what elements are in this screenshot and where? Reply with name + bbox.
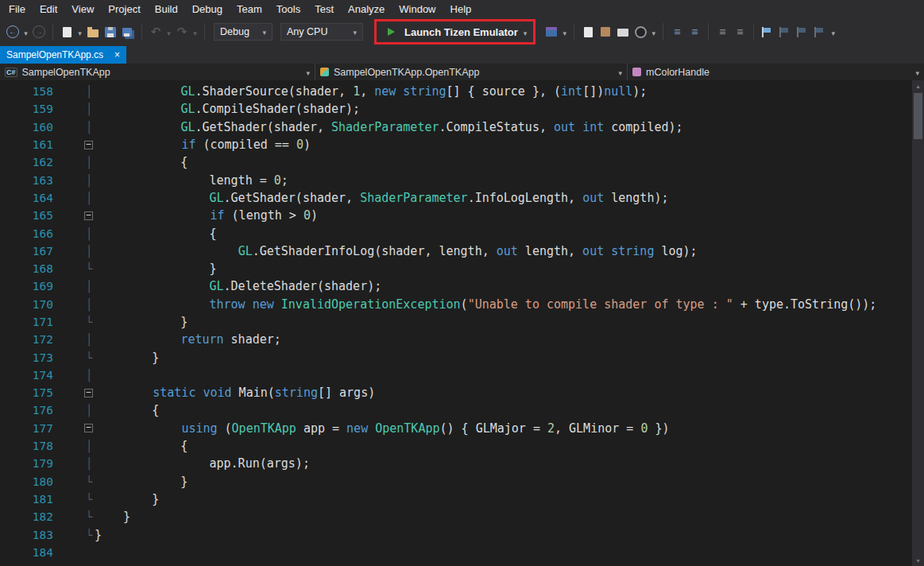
scrollbar-thumb[interactable] (914, 93, 922, 139)
menu-item-file[interactable]: File (2, 2, 33, 17)
collapse-region-icon[interactable]: − (84, 424, 93, 432)
next-bookmark-button[interactable] (794, 22, 810, 41)
code-text: static void Main(string[] args) (95, 386, 375, 400)
menu-item-project[interactable]: Project (101, 2, 147, 17)
scroll-down-icon[interactable] (912, 555, 924, 566)
new-item-button[interactable] (580, 22, 596, 41)
indent-decrease-button[interactable] (669, 22, 685, 41)
code-line-178[interactable]: 178│ { (0, 437, 912, 455)
code-line-164[interactable]: 164│ GL.GetShader(shader, ShaderParamete… (0, 189, 912, 207)
collapse-region-icon[interactable]: − (84, 389, 93, 397)
code-line-162[interactable]: 162│ { (0, 153, 912, 171)
code-line-167[interactable]: 167│ GL.GetShaderInfoLog(shader, length,… (0, 242, 912, 260)
navigate-backward-button[interactable] (5, 22, 21, 41)
line-number: 173 (0, 351, 53, 364)
code-line-172[interactable]: 172│ return shader; (0, 331, 912, 348)
project-dropdown[interactable]: SampelOpenTKApp (0, 64, 315, 80)
solution-platform-value: Any CPU (287, 26, 353, 37)
redo-button[interactable] (174, 22, 190, 41)
new-item-icon (584, 27, 593, 37)
code-text: using (OpenTKApp app = new OpenTKApp() {… (95, 421, 670, 436)
toggle-bookmark-button[interactable] (760, 22, 775, 41)
nuget-package-button[interactable] (597, 22, 613, 41)
code-line-173[interactable]: 173└ } (0, 348, 912, 366)
menu-item-test[interactable]: Test (307, 2, 341, 17)
redo-dropdown[interactable] (191, 22, 199, 41)
comment-selection-button[interactable] (714, 22, 730, 41)
code-line-174[interactable]: 174│ (0, 366, 912, 384)
close-icon[interactable] (114, 50, 120, 60)
type-dropdown[interactable]: SampelOpenTKApp.OpenTKApp (315, 64, 628, 80)
undo-dropdown[interactable] (165, 22, 172, 41)
open-file-button[interactable] (85, 22, 101, 41)
code-line-179[interactable]: 179│ app.Run(args); (0, 455, 912, 472)
menu-item-help[interactable]: Help (443, 2, 479, 17)
indent-decrease-icon (674, 25, 680, 38)
code-line-177[interactable]: 177− using (OpenTKApp app = new OpenTKAp… (0, 420, 912, 437)
toolbar-separator (141, 23, 142, 41)
code-line-165[interactable]: 165− if (length > 0) (0, 207, 912, 224)
menu-item-team[interactable]: Team (230, 2, 269, 17)
save-all-button[interactable] (120, 22, 136, 41)
code-line-158[interactable]: 158│ GL.ShaderSource(shader, 1, new stri… (0, 83, 912, 100)
menu-item-debug[interactable]: Debug (185, 2, 230, 17)
solution-platform-dropdown[interactable]: Any CPU (280, 23, 363, 41)
vertical-scrollbar[interactable] (912, 80, 924, 566)
code-line-160[interactable]: 160│ GL.GetShader(shader, ShaderParamete… (0, 118, 912, 136)
mail-button[interactable] (615, 22, 631, 41)
chevron-down-icon (78, 25, 82, 39)
code-line-166[interactable]: 166│ { (0, 224, 912, 242)
navigate-forward-button[interactable] (31, 22, 47, 41)
code-line-183[interactable]: 183└} (0, 525, 912, 543)
code-line-181[interactable]: 181└ } (0, 490, 912, 508)
menu-item-view[interactable]: View (64, 2, 101, 17)
line-number: 168 (0, 262, 53, 275)
code-line-182[interactable]: 182└ } (0, 508, 912, 525)
member-dropdown[interactable]: mColorHandle (628, 64, 924, 80)
tab-sampelopentkapp-cs[interactable]: SampelOpenTKApp.cs (0, 46, 126, 64)
uncomment-selection-button[interactable] (732, 22, 748, 41)
collapse-region-icon[interactable]: − (84, 211, 93, 220)
code-line-163[interactable]: 163│ length = 0; (0, 171, 912, 188)
code-line-176[interactable]: 176│ { (0, 401, 912, 419)
menu-item-edit[interactable]: Edit (33, 2, 64, 17)
menu-item-window[interactable]: Window (392, 2, 443, 17)
previous-bookmark-button[interactable] (777, 22, 793, 41)
code-line-169[interactable]: 169│ GL.DeleteShader(shader); (0, 277, 912, 295)
attach-to-process-button[interactable] (543, 22, 559, 41)
code-line-171[interactable]: 171└ } (0, 313, 912, 331)
save-button[interactable] (102, 22, 118, 41)
code-editor[interactable]: 158│ GL.ShaderSource(shader, 1, new stri… (0, 80, 912, 566)
collapse-region-icon[interactable]: − (84, 141, 93, 149)
navigation-history-dropdown[interactable] (22, 22, 29, 41)
project-dropdown-label: SampelOpenTKApp (22, 67, 110, 78)
clear-bookmarks-icon (814, 27, 825, 37)
menu-item-analyze[interactable]: Analyze (341, 2, 392, 17)
code-line-161[interactable]: 161− if (compiled == 0) (0, 136, 912, 153)
chevron-down-icon[interactable] (524, 25, 528, 39)
code-line-168[interactable]: 168└ } (0, 260, 912, 277)
menu-item-build[interactable]: Build (148, 2, 185, 17)
web-browser-button[interactable] (632, 22, 648, 41)
code-line-175[interactable]: 175− static void Main(string[] args) (0, 384, 912, 401)
code-line-170[interactable]: 170│ throw new InvalidOperationException… (0, 296, 912, 313)
code-line-184[interactable]: 184 (0, 544, 912, 561)
launch-tizen-emulator-button[interactable] (383, 22, 399, 41)
scroll-up-icon[interactable] (912, 80, 924, 91)
launch-tizen-emulator-label[interactable]: Launch Tizen Emulator (404, 26, 518, 38)
attach-dropdown[interactable] (561, 22, 568, 41)
menu-item-tools[interactable]: Tools (269, 2, 307, 17)
new-file-button[interactable] (59, 22, 75, 41)
clear-bookmarks-button[interactable] (812, 22, 828, 41)
browser-dropdown[interactable] (650, 22, 657, 41)
undo-button[interactable] (148, 22, 164, 41)
redo-icon (177, 25, 188, 39)
code-text: GL.GetShaderInfoLog(shader, length, out … (95, 244, 698, 258)
line-number: 180 (0, 475, 53, 488)
code-line-159[interactable]: 159│ GL.CompileShader(shader); (0, 100, 912, 118)
new-file-dropdown[interactable] (76, 22, 83, 41)
indent-increase-button[interactable] (686, 22, 702, 41)
solution-configuration-dropdown[interactable]: Debug (214, 23, 273, 41)
toolbar-overflow-dropdown[interactable] (829, 22, 837, 41)
code-line-180[interactable]: 180└ } (0, 473, 912, 490)
